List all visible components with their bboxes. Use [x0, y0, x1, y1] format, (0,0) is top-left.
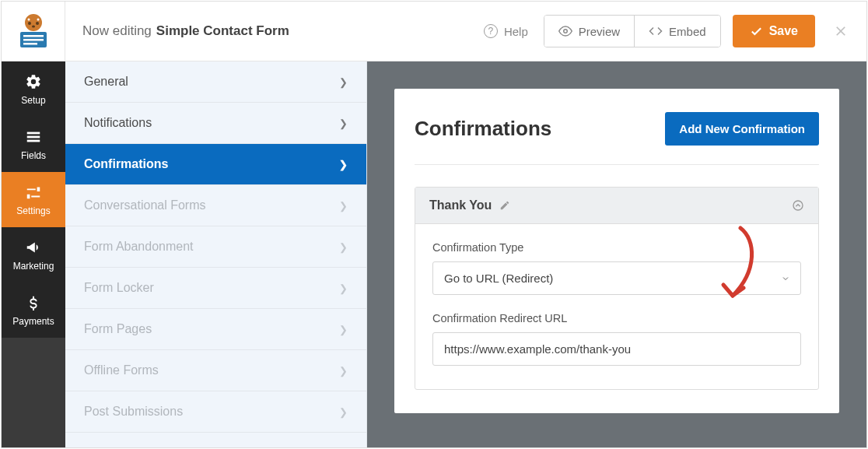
- close-icon: [833, 23, 849, 39]
- sidebar-item-general[interactable]: General ❯: [65, 61, 366, 103]
- svg-point-16: [793, 201, 803, 210]
- nav-label: Setup: [21, 95, 45, 106]
- chevron-right-icon: ❯: [339, 200, 348, 212]
- embed-label: Embed: [669, 25, 706, 38]
- chevron-right-icon: ❯: [339, 282, 348, 294]
- chevron-right-icon: ❯: [339, 241, 348, 253]
- confirmation-type-label: Confirmation Type: [432, 241, 801, 254]
- svg-rect-13: [27, 132, 40, 134]
- nav-fields[interactable]: Fields: [2, 117, 65, 172]
- sidebar-item-form-abandonment[interactable]: Form Abandonment ❯: [65, 226, 366, 268]
- form-title: Simple Contact Form: [156, 23, 289, 39]
- sidebar-item-label: General: [84, 75, 128, 89]
- preview-label: Preview: [579, 25, 620, 38]
- confirmation-box: Thank You Confirmation Type Go to URL (R…: [415, 187, 819, 390]
- editing-prefix: Now editing: [82, 23, 152, 39]
- chevron-right-icon: ❯: [339, 365, 348, 377]
- eye-icon: [558, 24, 572, 38]
- chevron-right-icon: ❯: [339, 324, 348, 335]
- svg-point-3: [27, 19, 30, 21]
- sidebar-item-offline-forms[interactable]: Offline Forms ❯: [65, 350, 366, 391]
- top-bar: Now editing Simple Contact Form ? Help P…: [2, 2, 866, 61]
- sidebar-item-confirmations[interactable]: Confirmations ❯: [65, 144, 366, 185]
- svg-rect-14: [27, 135, 40, 138]
- svg-point-4: [37, 19, 39, 21]
- add-new-confirmation-button[interactable]: Add New Confirmation: [665, 112, 819, 146]
- sidebar-item-label: Conversational Forms: [84, 198, 206, 212]
- nav-label: Fields: [21, 150, 46, 161]
- preview-button[interactable]: Preview: [544, 16, 634, 47]
- nav-payments[interactable]: Payments: [2, 282, 65, 338]
- svg-rect-9: [23, 35, 44, 37]
- gear-icon: [25, 73, 42, 90]
- svg-point-0: [25, 14, 42, 31]
- sliders-icon: [25, 184, 42, 201]
- list-icon: [25, 128, 42, 146]
- dollar-icon: [25, 294, 42, 311]
- confirmations-panel: Confirmations Add New Confirmation Thank…: [394, 89, 839, 413]
- nav-marketing[interactable]: Marketing: [2, 227, 65, 282]
- sidebar-item-notifications[interactable]: Notifications ❯: [65, 103, 366, 144]
- panel-title: Confirmations: [415, 117, 551, 141]
- svg-rect-15: [27, 139, 40, 142]
- preview-embed-group: Preview Embed: [544, 15, 721, 47]
- code-icon: [649, 24, 663, 38]
- redirect-url-label: Confirmation Redirect URL: [432, 312, 801, 324]
- svg-rect-11: [23, 43, 37, 45]
- check-icon: [750, 25, 763, 38]
- redirect-url-input[interactable]: [432, 332, 801, 366]
- save-button[interactable]: Save: [733, 15, 815, 47]
- svg-point-7: [32, 26, 35, 28]
- nav-rail: Setup Fields Settings Marketing Payments: [2, 61, 65, 447]
- confirmation-type-select[interactable]: Go to URL (Redirect): [432, 261, 801, 295]
- editing-title: Now editing Simple Contact Form: [65, 23, 484, 39]
- pencil-icon[interactable]: [499, 200, 510, 211]
- chevron-right-icon: ❯: [339, 159, 348, 170]
- chevron-up-circle-icon[interactable]: [792, 199, 804, 212]
- confirmation-name: Thank You: [429, 198, 492, 212]
- nav-settings[interactable]: Settings: [2, 172, 65, 227]
- sidebar-item-label: Post Submissions: [84, 405, 183, 419]
- embed-button[interactable]: Embed: [634, 16, 720, 47]
- sidebar-item-label: Form Pages: [84, 322, 152, 336]
- sidebar-item-post-submissions[interactable]: Post Submissions ❯: [65, 391, 366, 433]
- sidebar-item-form-locker[interactable]: Form Locker ❯: [65, 268, 366, 309]
- content-area: Confirmations Add New Confirmation Thank…: [367, 61, 866, 447]
- svg-point-5: [28, 22, 31, 25]
- chevron-right-icon: ❯: [339, 118, 348, 129]
- confirmation-header[interactable]: Thank You: [415, 188, 818, 224]
- megaphone-icon: [25, 239, 42, 256]
- svg-rect-10: [23, 39, 44, 41]
- sidebar-item-conversational-forms[interactable]: Conversational Forms ❯: [65, 185, 366, 226]
- sidebar-item-label: Notifications: [84, 116, 152, 130]
- chevron-right-icon: ❯: [339, 76, 348, 88]
- save-label: Save: [769, 24, 798, 38]
- nav-label: Settings: [16, 205, 50, 216]
- sidebar-item-label: Form Abandonment: [84, 240, 194, 254]
- nav-label: Payments: [12, 316, 54, 327]
- settings-sidebar: General ❯ Notifications ❯ Confirmations …: [65, 61, 367, 447]
- sidebar-item-label: Offline Forms: [84, 363, 159, 377]
- wpforms-logo[interactable]: [2, 2, 65, 61]
- chevron-right-icon: ❯: [339, 406, 348, 418]
- svg-point-6: [36, 22, 39, 25]
- nav-label: Marketing: [13, 261, 54, 272]
- close-button[interactable]: [831, 21, 851, 41]
- help-label: Help: [504, 25, 528, 38]
- sidebar-item-label: Form Locker: [84, 281, 154, 295]
- svg-point-12: [563, 30, 567, 33]
- help-link[interactable]: ? Help: [484, 24, 528, 38]
- sidebar-item-form-pages[interactable]: Form Pages ❯: [65, 309, 366, 350]
- question-circle-icon: ?: [484, 24, 498, 38]
- sidebar-item-label: Confirmations: [84, 157, 168, 171]
- nav-setup[interactable]: Setup: [2, 61, 65, 117]
